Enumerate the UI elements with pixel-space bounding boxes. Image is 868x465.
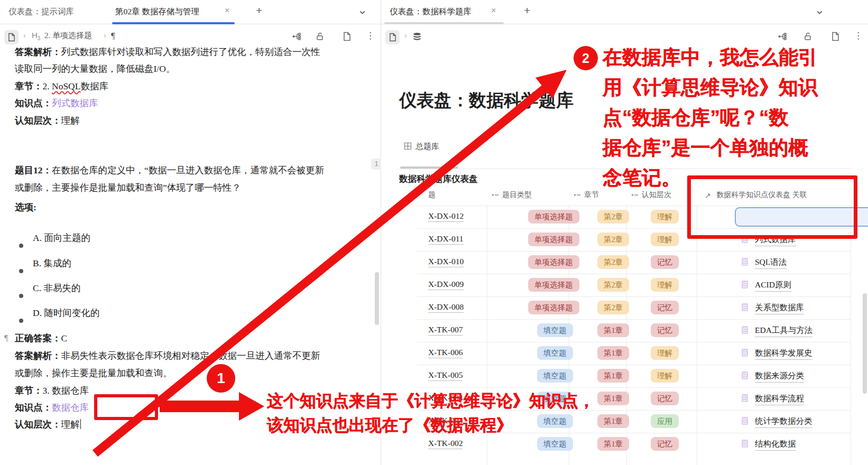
question-line[interactable]: 题目12：在数据仓库的定义中，“数据一旦进入数据仓库，通常就不会被更新 (15, 162, 324, 179)
tab-chapter02[interactable]: 第02章 数据存储与管理 (115, 6, 199, 17)
doc-line[interactable]: 正确答案：C (15, 330, 67, 347)
unlock-icon[interactable] (803, 32, 812, 43)
question-id-ref[interactable]: X-TK-002 (428, 439, 463, 449)
level-badge[interactable]: 记忆 (651, 437, 679, 451)
column-header-level[interactable]: 认知层次 (631, 190, 671, 200)
question-id-ref[interactable]: X-DX-012 (428, 211, 464, 222)
close-icon[interactable]: × (491, 6, 496, 15)
graph-view-icon[interactable] (778, 32, 787, 43)
chapter-badge[interactable]: 第1章 (597, 414, 629, 428)
breadcrumb-paragraph[interactable]: ¶ (111, 31, 115, 41)
type-badge[interactable]: 填空题 (537, 346, 573, 360)
chapter-badge[interactable]: 第1章 (597, 346, 629, 360)
chapter-badge[interactable]: 第1章 (597, 323, 629, 337)
doc-line[interactable]: 认知层次：理解 (15, 416, 81, 433)
more-icon[interactable]: ⋮ (854, 30, 863, 41)
column-header-id[interactable]: 题 (428, 190, 436, 200)
option-item[interactable]: D. 随时间变化的 (33, 305, 99, 321)
level-badge[interactable]: 记忆 (651, 255, 679, 269)
question-id-ref[interactable]: X-TK-005 (428, 370, 463, 381)
knowledge-ref[interactable]: 数据科学发展史 (755, 348, 812, 360)
breadcrumb-heading[interactable]: 2. 单项选择题 (44, 31, 92, 41)
page-title[interactable]: 仪表盘：数据科学题库 (399, 89, 574, 113)
type-badge[interactable]: 填空题 (537, 323, 573, 337)
more-icon[interactable]: ⋮ (366, 30, 375, 41)
question-id-ref[interactable]: X-DX-010 (428, 257, 464, 267)
knowledge-ref-link[interactable]: 列式数据库 (52, 98, 98, 108)
left-scrollbar-thumb[interactable] (375, 272, 379, 325)
level-badge[interactable]: 理解 (651, 210, 679, 224)
document-icon[interactable] (343, 32, 351, 43)
chapter-badge[interactable]: 第2章 (597, 232, 629, 246)
knowledge-ref[interactable]: 关系型数据库 (755, 302, 804, 314)
chevron-down-icon[interactable] (358, 8, 366, 18)
question-line[interactable]: 或删除，主要操作是批量加载和查询”体现了哪一特性？ (15, 180, 241, 196)
doc-line[interactable]: 认知层次：理解 (15, 113, 80, 129)
option-item[interactable]: A. 面向主题的 (33, 230, 90, 246)
view-tab-all-questions[interactable]: 总题库 (404, 142, 439, 152)
level-badge[interactable]: 应用 (651, 414, 679, 428)
knowledge-ref[interactable]: 结构化数据 (755, 439, 796, 451)
type-badge[interactable]: 填空题 (537, 437, 573, 451)
chapter-badge[interactable]: 第2章 (597, 255, 629, 269)
chapter-badge[interactable]: 第1章 (597, 369, 629, 383)
doc-line[interactable]: 知识点：列式数据库 (15, 95, 98, 111)
type-badge[interactable]: 单项选择题 (528, 255, 579, 269)
graph-view-icon[interactable] (292, 32, 301, 43)
doc-line[interactable]: 读取同一列的大量数据，降低磁盘I/O。 (15, 61, 175, 77)
document-icon[interactable] (831, 32, 839, 43)
chapter-badge[interactable]: 第1章 (597, 437, 629, 451)
doc-icon-button[interactable] (385, 30, 400, 44)
doc-line[interactable]: 章节：2. NoSQL数据库 (15, 78, 108, 95)
chapter-badge[interactable]: 第1章 (597, 392, 629, 405)
level-badge[interactable]: 理解 (651, 278, 679, 292)
question-id-ref[interactable]: X-TK-007 (428, 325, 463, 336)
type-badge[interactable]: 填空题 (537, 369, 573, 383)
level-badge[interactable]: 记忆 (651, 323, 679, 337)
knowledge-ref[interactable]: SQL语法 (755, 257, 787, 269)
chapter-badge[interactable]: 第2章 (597, 210, 629, 224)
doc-line[interactable]: 答案解析：非易失性表示数据仓库环境相对稳定，数据一旦进入通常不更新 (15, 348, 320, 364)
knowledge-ref-link[interactable]: 数据仓库 (52, 402, 89, 413)
type-badge[interactable]: 单项选择题 (528, 232, 579, 246)
question-id-ref[interactable]: X-DX-011 (428, 234, 464, 245)
table-title[interactable]: 数据科学题库仪表盘 (399, 173, 478, 185)
knowledge-ref[interactable]: 数据来源分类 (755, 370, 804, 383)
knowledge-ref[interactable]: EDA工具与方法 (755, 325, 812, 337)
knowledge-ref[interactable]: 数据科学流程 (755, 393, 804, 405)
new-tab-button[interactable]: + (524, 4, 530, 17)
doc-line[interactable]: 或删除，操作主要是批量加载和查询。 (15, 365, 172, 382)
chevron-down-icon[interactable] (816, 8, 824, 18)
doc-line[interactable]: 知识点：数据仓库 (15, 399, 89, 416)
type-badge[interactable]: 单项选择题 (528, 210, 579, 224)
level-badge[interactable]: 理解 (651, 346, 679, 360)
unlock-icon[interactable] (315, 32, 325, 43)
knowledge-ref[interactable]: 统计学数据分类 (755, 416, 812, 428)
option-item[interactable]: C. 非易失的 (33, 280, 80, 296)
question-id-ref[interactable]: X-DX-009 (428, 280, 464, 290)
paragraph-gutter-icon[interactable]: ¶ (4, 333, 8, 343)
type-badge[interactable]: 填空题 (537, 414, 573, 428)
type-badge[interactable]: 单项选择题 (528, 301, 579, 314)
doc-line[interactable]: 章节：3. 数据仓库 (15, 383, 89, 399)
level-badge[interactable]: 理解 (651, 232, 679, 246)
tab-dashboard-prompts[interactable]: 仪表盘：提示词库 (8, 6, 74, 17)
type-badge[interactable]: 单项选择题 (528, 278, 579, 292)
new-tab-button[interactable]: + (256, 4, 262, 17)
question-id-ref[interactable]: X-DX-008 (428, 302, 464, 313)
column-header-type[interactable]: 题目类型 (492, 190, 532, 200)
knowledge-ref[interactable]: ACID原则 (755, 280, 791, 292)
database-icon[interactable] (412, 32, 422, 43)
right-scrollbar-thumb[interactable] (863, 293, 867, 394)
chapter-badge[interactable]: 第2章 (597, 301, 629, 314)
option-item[interactable]: B. 集成的 (33, 255, 71, 272)
chapter-badge[interactable]: 第2章 (597, 278, 629, 292)
question-id-ref[interactable]: X-TK-006 (428, 348, 463, 358)
level-badge[interactable]: 记忆 (651, 392, 679, 405)
doc-icon-button[interactable] (4, 30, 19, 44)
ref-count-badge[interactable]: 1 (371, 159, 382, 170)
column-header-chapter[interactable]: 章节 (574, 190, 599, 200)
level-badge[interactable]: 记忆 (651, 301, 679, 314)
level-badge[interactable]: 理解 (651, 369, 679, 383)
close-icon[interactable]: × (225, 6, 229, 15)
